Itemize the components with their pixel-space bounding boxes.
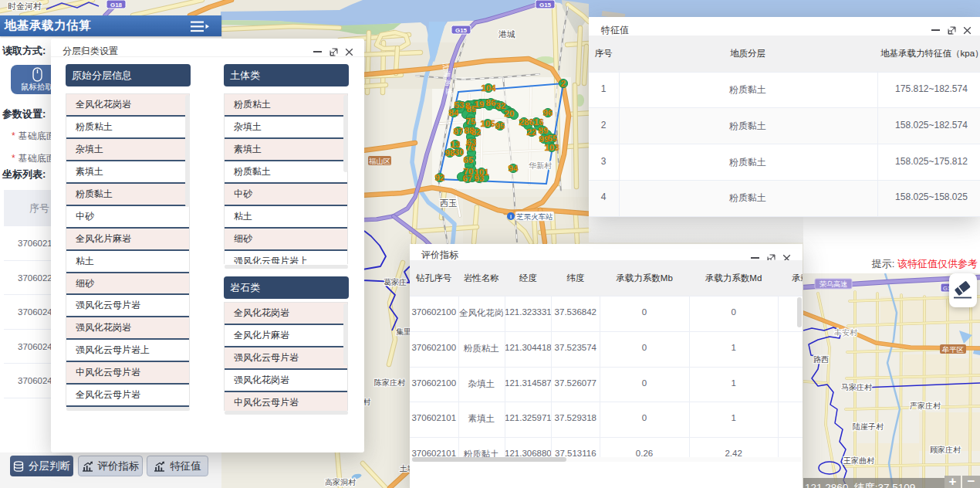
svg-text:G15: G15 (455, 27, 468, 34)
svg-text:福山区: 福山区 (369, 157, 391, 165)
svg-text:路西: 路西 (813, 355, 829, 364)
svg-text:马家庄村: 马家庄村 (841, 383, 873, 391)
svg-text:76: 76 (466, 143, 476, 152)
svg-text:丰安村: 丰安村 (834, 328, 858, 337)
svg-text:105: 105 (480, 119, 495, 128)
svg-text:86: 86 (486, 98, 496, 107)
svg-text:67: 67 (463, 174, 473, 183)
svg-text:2: 2 (561, 79, 566, 88)
svg-text:28: 28 (519, 117, 529, 127)
svg-text:95: 95 (495, 121, 505, 130)
svg-text:104: 104 (481, 83, 496, 93)
svg-text:82: 82 (471, 127, 482, 137)
svg-text:芝罘火车站: 芝罘火车站 (515, 212, 553, 221)
svg-text:港城: 港城 (498, 29, 515, 39)
svg-text:牟平区: 牟平区 (942, 345, 965, 354)
svg-text:G15: G15 (539, 2, 552, 8)
svg-text:85: 85 (467, 104, 477, 114)
svg-text:30: 30 (455, 147, 465, 157)
svg-text:94: 94 (509, 164, 519, 173)
svg-text:96: 96 (543, 108, 553, 117)
svg-text:陆崖子村: 陆崖子村 (853, 422, 884, 431)
svg-text:20: 20 (505, 109, 515, 118)
svg-text:87: 87 (454, 127, 464, 136)
svg-text:103: 103 (544, 143, 559, 152)
svg-text:荣乌高速: 荣乌高速 (819, 280, 847, 288)
svg-text:西玉: 西玉 (440, 198, 457, 208)
svg-text:92: 92 (435, 173, 445, 182)
svg-text:i: i (510, 214, 512, 219)
svg-text:集里: 集里 (396, 327, 411, 336)
svg-text:顾家庄村: 顾家庄村 (930, 446, 961, 454)
svg-text:84: 84 (449, 108, 459, 117)
svg-text:75: 75 (466, 117, 476, 126)
svg-text:葛家庄: 葛家庄 (384, 278, 407, 286)
svg-text:时金河村: 时金河村 (8, 2, 42, 11)
svg-text:22: 22 (527, 127, 537, 137)
svg-text:65: 65 (464, 155, 474, 164)
svg-text:高家洞村: 高家洞村 (325, 478, 357, 486)
svg-text:华新村: 华新村 (529, 161, 553, 170)
svg-text:G18: G18 (110, 2, 123, 8)
svg-text:陈家庄村: 陈家庄村 (374, 378, 406, 387)
svg-text:严家庄村: 严家庄村 (910, 402, 941, 410)
svg-text:王家曲村: 王家曲村 (843, 456, 875, 465)
svg-text:93: 93 (475, 174, 485, 183)
svg-text:55: 55 (548, 134, 558, 143)
